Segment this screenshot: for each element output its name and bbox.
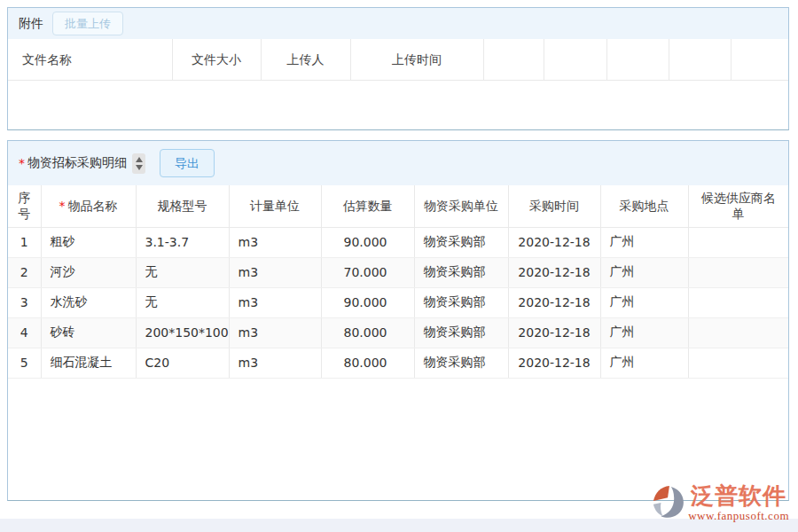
cell-candidate-suppliers	[688, 287, 788, 317]
cell-purchase-time: 2020-12-18	[508, 348, 600, 378]
cell-est-qty: 80.000	[321, 348, 414, 378]
col-candidate-suppliers: 候选供应商名单	[688, 185, 788, 227]
cell-purchase-place: 广州	[600, 317, 688, 348]
cell-item-name: 砂砖	[41, 317, 136, 348]
col-item-name: *物品名称	[41, 185, 136, 227]
cell-unit: m3	[229, 227, 321, 257]
cell-est-qty: 70.000	[321, 257, 414, 287]
attachment-header-row: 文件名称 文件大小 上传人 上传时间	[8, 39, 788, 80]
fanpu-logo-icon	[651, 485, 686, 521]
cell-item-name: 细石混凝土	[41, 348, 136, 378]
brand-url: www.fanpusoft.com	[688, 509, 789, 523]
detail-panel: * 物资招标采购明细 导出 序号 *物品名称 规格型号 计量单位 估算数量 物资…	[7, 140, 789, 501]
detail-header-row: 序号 *物品名称 规格型号 计量单位 估算数量 物资采购单位 采购时间 采购地点…	[8, 185, 788, 227]
table-row: 1 粗砂 3.1-3.7 m3 90.000 物资采购部 2020-12-18 …	[8, 227, 788, 257]
brand-name: 泛普软件	[691, 484, 786, 507]
cell-purchase-place: 广州	[600, 348, 688, 378]
batch-upload-button[interactable]: 批量上传	[52, 12, 123, 35]
attachment-col-empty-3	[606, 39, 669, 80]
export-button[interactable]: 导出	[160, 149, 215, 177]
detail-titlebar: * 物资招标采购明细 导出	[8, 141, 788, 185]
col-unit: 计量单位	[229, 185, 321, 227]
cell-spec-model: 无	[136, 257, 229, 287]
cell-purchase-time: 2020-12-18	[508, 317, 600, 348]
col-est-qty: 估算数量	[321, 185, 414, 227]
detail-title-wrap: * 物资招标采购明细	[19, 155, 127, 171]
cell-spec-model: 无	[136, 287, 229, 317]
cell-purchase-dept: 物资采购部	[414, 227, 508, 257]
col-purchase-dept: 物资采购单位	[414, 185, 508, 227]
required-asterisk: *	[59, 199, 66, 213]
attachment-col-empty-1	[483, 39, 544, 80]
cell-purchase-place: 广州	[600, 257, 688, 287]
cell-unit: m3	[229, 348, 321, 378]
attachment-col-empty-4	[669, 39, 731, 80]
cell-est-qty: 80.000	[321, 317, 414, 348]
table-row: 2 河沙 无 m3 70.000 物资采购部 2020-12-18 广州	[8, 257, 788, 287]
cell-seq: 2	[8, 257, 41, 287]
sort-up-icon[interactable]	[136, 157, 143, 162]
sort-down-icon[interactable]	[136, 165, 143, 170]
cell-candidate-suppliers	[688, 317, 788, 348]
cell-unit: m3	[229, 317, 321, 348]
vendor-watermark: 泛普软件 www.fanpusoft.com	[651, 484, 789, 523]
cell-spec-model: 200*150*100	[136, 317, 229, 348]
attachment-col-empty-2	[544, 39, 606, 80]
cell-item-name: 河沙	[41, 257, 136, 287]
cell-unit: m3	[229, 257, 321, 287]
attachment-col-upload-time: 上传时间	[350, 39, 483, 80]
detail-title: 物资招标采购明细	[27, 155, 127, 171]
attachment-title: 附件	[19, 16, 43, 32]
cell-purchase-time: 2020-12-18	[508, 287, 600, 317]
cell-est-qty: 90.000	[321, 227, 414, 257]
sort-spinner[interactable]	[132, 153, 145, 174]
cell-seq: 5	[8, 348, 41, 378]
attachment-col-empty-5	[731, 39, 788, 80]
cell-candidate-suppliers	[688, 257, 788, 287]
table-row: 5 细石混凝土 C20 m3 80.000 物资采购部 2020-12-18 广…	[8, 348, 788, 378]
cell-purchase-place: 广州	[600, 287, 688, 317]
cell-est-qty: 90.000	[321, 287, 414, 317]
cell-purchase-time: 2020-12-18	[508, 227, 600, 257]
cell-purchase-time: 2020-12-18	[508, 257, 600, 287]
cell-purchase-dept: 物资采购部	[414, 317, 508, 348]
cell-spec-model: C20	[136, 348, 229, 378]
col-purchase-place: 采购地点	[600, 185, 688, 227]
col-spec-model: 规格型号	[136, 185, 229, 227]
cell-seq: 4	[8, 317, 41, 348]
col-purchase-time: 采购时间	[508, 185, 600, 227]
attachment-col-file-name: 文件名称	[8, 39, 172, 80]
attachment-panel: 附件 批量上传 文件名称 文件大小 上传人 上传时间	[7, 7, 789, 130]
cell-candidate-suppliers	[688, 348, 788, 378]
cell-purchase-dept: 物资采购部	[414, 257, 508, 287]
cell-purchase-place: 广州	[600, 227, 688, 257]
cell-seq: 3	[8, 287, 41, 317]
cell-item-name: 粗砂	[41, 227, 136, 257]
cell-unit: m3	[229, 287, 321, 317]
cell-purchase-dept: 物资采购部	[414, 287, 508, 317]
attachment-col-file-size: 文件大小	[172, 39, 261, 80]
cell-candidate-suppliers	[688, 227, 788, 257]
col-seq: 序号	[8, 185, 41, 227]
table-row: 4 砂砖 200*150*100 m3 80.000 物资采购部 2020-12…	[8, 317, 788, 348]
attachment-col-uploader: 上传人	[261, 39, 350, 80]
detail-table: 序号 *物品名称 规格型号 计量单位 估算数量 物资采购单位 采购时间 采购地点…	[8, 185, 788, 379]
cell-spec-model: 3.1-3.7	[136, 227, 229, 257]
cell-purchase-dept: 物资采购部	[414, 348, 508, 378]
table-row: 3 水洗砂 无 m3 90.000 物资采购部 2020-12-18 广州	[8, 287, 788, 317]
required-asterisk: *	[19, 156, 25, 170]
attachment-titlebar: 附件 批量上传	[8, 8, 788, 39]
cell-seq: 1	[8, 227, 41, 257]
attachment-table: 文件名称 文件大小 上传人 上传时间	[8, 39, 788, 81]
cell-item-name: 水洗砂	[41, 287, 136, 317]
